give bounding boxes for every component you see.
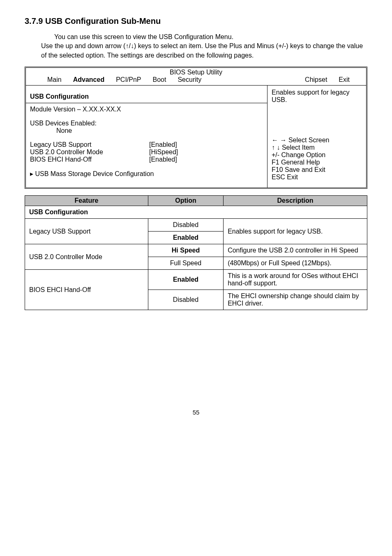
help-key-esc-exit: ESC Exit bbox=[272, 174, 362, 181]
section-heading: 3.7.9 USB Configuration Sub-Menu bbox=[25, 16, 367, 26]
config-row-usb20-mode: USB 2.0 Controller Mode [HiSpeed] bbox=[30, 148, 263, 156]
config-label: USB 2.0 Controller Mode bbox=[30, 148, 116, 156]
config-section-title: USB Configuration bbox=[30, 93, 263, 100]
menu-security: Security bbox=[178, 76, 201, 83]
option-cell: Full Speed bbox=[148, 257, 223, 270]
menu-pcipnp: PCI/PnP bbox=[116, 76, 141, 83]
option-cell: Enabled bbox=[148, 232, 223, 244]
help-key-select-item: ↑ ↓ Select Item bbox=[272, 144, 362, 151]
col-option: Option bbox=[148, 196, 223, 206]
description-cell: Enables support for legacy USB. bbox=[224, 219, 367, 244]
table-section-header: USB Configuration bbox=[25, 206, 367, 219]
col-feature: Feature bbox=[25, 196, 148, 206]
bios-right-pane: Enables support for legacy USB. ← → Sele… bbox=[267, 86, 366, 188]
config-value: [Enabled] bbox=[149, 141, 177, 148]
menu-main: Main bbox=[47, 76, 62, 83]
intro-paragraph: You can use this screen to view the USB … bbox=[41, 32, 367, 60]
intro-line1: You can use this screen to view the USB … bbox=[41, 32, 367, 42]
config-label: Legacy USB Support bbox=[30, 141, 116, 148]
table-row: BIOS EHCI Hand-Off Enabled This is a wor… bbox=[25, 270, 367, 290]
description-cell: (480Mbps) or Full Speed (12Mbps). bbox=[224, 257, 367, 270]
help-key-select-screen: ← → Select Screen bbox=[272, 137, 362, 144]
module-version: Module Version – X.XX.X-XX.X bbox=[30, 106, 263, 113]
table-header-row: Feature Option Description bbox=[25, 196, 367, 206]
config-value: [Enabled] bbox=[149, 156, 177, 163]
description-cell: The EHCI ownership change should claim b… bbox=[224, 290, 367, 310]
help-key-save-exit: F10 Save and Exit bbox=[272, 166, 362, 174]
menu-exit: Exit bbox=[339, 76, 350, 83]
option-cell: Disabled bbox=[148, 219, 223, 232]
menu-advanced: Advanced bbox=[73, 76, 104, 83]
help-key-change-option: +/- Change Option bbox=[272, 151, 362, 159]
help-key-general-help: F1 General Help bbox=[272, 159, 362, 166]
usb-devices-value: None bbox=[30, 127, 263, 134]
option-cell: Disabled bbox=[148, 290, 223, 310]
feature-cell: BIOS EHCI Hand-Off bbox=[25, 270, 148, 310]
feature-table: Feature Option Description USB Configura… bbox=[25, 195, 367, 310]
intro-rest: Use the up and down arrow (↑/↓) keys to … bbox=[41, 42, 363, 58]
feature-cell: USB 2.0 Controller Mode bbox=[25, 244, 148, 270]
menu-chipset: Chipset bbox=[305, 76, 327, 83]
submenu-usb-mass-storage: ▸ USB Mass Storage Device Configuration bbox=[30, 170, 263, 178]
description-cell: Configure the USB 2.0 controller in Hi S… bbox=[224, 244, 367, 257]
bios-panel: BIOS Setup Utility Main Advanced PCI/PnP… bbox=[25, 67, 367, 189]
table-section-row: USB Configuration bbox=[25, 206, 367, 219]
bios-left-pane: USB Configuration Module Version – X.XX.… bbox=[26, 86, 267, 188]
option-cell: Enabled bbox=[148, 270, 223, 290]
usb-devices-label: USB Devices Enabled: bbox=[30, 120, 263, 127]
config-row-ehci-handoff: BIOS EHCI Hand-Off [Enabled] bbox=[30, 156, 263, 163]
config-value: [HiSpeed] bbox=[149, 148, 178, 156]
config-row-legacy-usb: Legacy USB Support [Enabled] bbox=[30, 141, 263, 148]
page-number: 55 bbox=[25, 409, 367, 416]
table-row: Legacy USB Support Disabled Enables supp… bbox=[25, 219, 367, 232]
bios-menu-bar: Main Advanced PCI/PnP Boot Security Chip… bbox=[26, 76, 366, 86]
menu-boot: Boot bbox=[153, 76, 166, 83]
feature-cell: Legacy USB Support bbox=[25, 219, 148, 244]
option-cell: Hi Speed bbox=[148, 244, 223, 257]
config-label: BIOS EHCI Hand-Off bbox=[30, 156, 116, 163]
col-description: Description bbox=[224, 196, 367, 206]
table-row: USB 2.0 Controller Mode Hi Speed Configu… bbox=[25, 244, 367, 257]
description-cell: This is a work around for OSes without E… bbox=[224, 270, 367, 290]
help-description: Enables support for legacy USB. bbox=[272, 89, 362, 104]
bios-title: BIOS Setup Utility bbox=[26, 68, 366, 76]
